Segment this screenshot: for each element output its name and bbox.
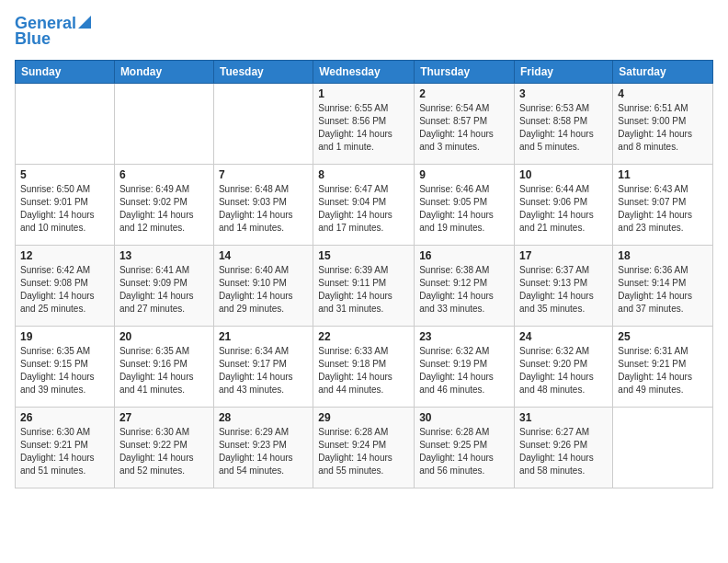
day-number: 31 — [519, 411, 608, 424]
day-number: 27 — [119, 411, 209, 424]
calendar-cell: 20Sunrise: 6:35 AM Sunset: 9:16 PM Dayli… — [114, 326, 213, 407]
calendar-cell: 14Sunrise: 6:40 AM Sunset: 9:10 PM Dayli… — [213, 245, 313, 326]
day-info: Sunrise: 6:49 AM Sunset: 9:02 PM Dayligh… — [119, 183, 209, 235]
calendar-cell: 17Sunrise: 6:37 AM Sunset: 9:13 PM Dayli… — [515, 245, 613, 326]
day-number: 2 — [419, 87, 509, 100]
day-info: Sunrise: 6:37 AM Sunset: 9:13 PM Dayligh… — [519, 264, 608, 316]
calendar-cell — [16, 83, 115, 164]
calendar-cell: 4Sunrise: 6:51 AM Sunset: 9:00 PM Daylig… — [613, 83, 713, 164]
calendar-week-row: 26Sunrise: 6:30 AM Sunset: 9:21 PM Dayli… — [16, 407, 713, 488]
calendar-cell: 6Sunrise: 6:49 AM Sunset: 9:02 PM Daylig… — [114, 164, 213, 245]
calendar-cell: 2Sunrise: 6:54 AM Sunset: 8:57 PM Daylig… — [415, 83, 515, 164]
weekday-header: Sunday — [16, 60, 115, 83]
day-number: 12 — [20, 249, 109, 262]
day-number: 8 — [318, 168, 409, 181]
day-info: Sunrise: 6:43 AM Sunset: 9:07 PM Dayligh… — [618, 183, 708, 235]
day-number: 5 — [20, 168, 109, 181]
day-number: 18 — [618, 249, 708, 262]
weekday-header: Wednesday — [313, 60, 415, 83]
weekday-header: Friday — [515, 60, 613, 83]
calendar-cell: 15Sunrise: 6:39 AM Sunset: 9:11 PM Dayli… — [313, 245, 415, 326]
day-info: Sunrise: 6:51 AM Sunset: 9:00 PM Dayligh… — [618, 102, 708, 154]
calendar-body: 1Sunrise: 6:55 AM Sunset: 8:56 PM Daylig… — [16, 83, 713, 488]
calendar-cell: 11Sunrise: 6:43 AM Sunset: 9:07 PM Dayli… — [613, 164, 713, 245]
day-number: 20 — [119, 330, 209, 343]
day-info: Sunrise: 6:35 AM Sunset: 9:15 PM Dayligh… — [20, 345, 109, 396]
weekday-header: Tuesday — [213, 60, 313, 83]
day-number: 25 — [618, 330, 708, 343]
calendar-cell: 7Sunrise: 6:48 AM Sunset: 9:03 PM Daylig… — [213, 164, 313, 245]
day-number: 13 — [119, 249, 209, 262]
day-number: 28 — [219, 411, 308, 424]
calendar-cell: 21Sunrise: 6:34 AM Sunset: 9:17 PM Dayli… — [213, 326, 313, 407]
day-info: Sunrise: 6:44 AM Sunset: 9:06 PM Dayligh… — [519, 183, 608, 235]
day-number: 26 — [20, 411, 109, 424]
day-number: 10 — [519, 168, 608, 181]
day-info: Sunrise: 6:55 AM Sunset: 8:56 PM Dayligh… — [318, 102, 409, 154]
calendar-cell: 28Sunrise: 6:29 AM Sunset: 9:23 PM Dayli… — [213, 407, 313, 488]
weekday-header: Thursday — [415, 60, 515, 83]
day-number: 19 — [20, 330, 109, 343]
day-number: 7 — [219, 168, 308, 181]
weekday-header: Saturday — [613, 60, 713, 83]
calendar-cell: 8Sunrise: 6:47 AM Sunset: 9:04 PM Daylig… — [313, 164, 415, 245]
day-info: Sunrise: 6:46 AM Sunset: 9:05 PM Dayligh… — [419, 183, 509, 235]
calendar-week-row: 1Sunrise: 6:55 AM Sunset: 8:56 PM Daylig… — [16, 83, 713, 164]
calendar-cell — [613, 407, 713, 488]
day-info: Sunrise: 6:33 AM Sunset: 9:18 PM Dayligh… — [318, 345, 409, 396]
day-info: Sunrise: 6:48 AM Sunset: 9:03 PM Dayligh… — [219, 183, 308, 235]
calendar-week-row: 5Sunrise: 6:50 AM Sunset: 9:01 PM Daylig… — [16, 164, 713, 245]
calendar-cell: 16Sunrise: 6:38 AM Sunset: 9:12 PM Dayli… — [415, 245, 515, 326]
day-info: Sunrise: 6:35 AM Sunset: 9:16 PM Dayligh… — [119, 345, 209, 396]
calendar-cell: 9Sunrise: 6:46 AM Sunset: 9:05 PM Daylig… — [415, 164, 515, 245]
day-info: Sunrise: 6:29 AM Sunset: 9:23 PM Dayligh… — [219, 426, 308, 477]
day-info: Sunrise: 6:32 AM Sunset: 9:19 PM Dayligh… — [419, 345, 509, 396]
day-number: 15 — [318, 249, 409, 262]
day-info: Sunrise: 6:40 AM Sunset: 9:10 PM Dayligh… — [219, 264, 308, 316]
day-info: Sunrise: 6:36 AM Sunset: 9:14 PM Dayligh… — [618, 264, 708, 316]
day-number: 11 — [618, 168, 708, 181]
calendar-week-row: 12Sunrise: 6:42 AM Sunset: 9:08 PM Dayli… — [16, 245, 713, 326]
day-number: 1 — [318, 87, 409, 100]
day-info: Sunrise: 6:53 AM Sunset: 8:58 PM Dayligh… — [519, 102, 608, 154]
calendar-cell: 29Sunrise: 6:28 AM Sunset: 9:24 PM Dayli… — [313, 407, 415, 488]
calendar-cell: 12Sunrise: 6:42 AM Sunset: 9:08 PM Dayli… — [16, 245, 115, 326]
calendar-cell: 18Sunrise: 6:36 AM Sunset: 9:14 PM Dayli… — [613, 245, 713, 326]
calendar-cell: 24Sunrise: 6:32 AM Sunset: 9:20 PM Dayli… — [515, 326, 613, 407]
day-number: 3 — [519, 87, 608, 100]
calendar-cell: 3Sunrise: 6:53 AM Sunset: 8:58 PM Daylig… — [515, 83, 613, 164]
day-number: 4 — [618, 87, 708, 100]
day-info: Sunrise: 6:30 AM Sunset: 9:22 PM Dayligh… — [119, 426, 209, 477]
day-info: Sunrise: 6:39 AM Sunset: 9:11 PM Dayligh… — [318, 264, 409, 316]
day-number: 17 — [519, 249, 608, 262]
calendar-cell: 23Sunrise: 6:32 AM Sunset: 9:19 PM Dayli… — [415, 326, 515, 407]
calendar-cell: 25Sunrise: 6:31 AM Sunset: 9:21 PM Dayli… — [613, 326, 713, 407]
calendar-table: SundayMondayTuesdayWednesdayThursdayFrid… — [15, 60, 713, 488]
day-number: 21 — [219, 330, 308, 343]
weekday-header: Monday — [114, 60, 213, 83]
day-number: 16 — [419, 249, 509, 262]
calendar-cell: 13Sunrise: 6:41 AM Sunset: 9:09 PM Dayli… — [114, 245, 213, 326]
calendar-cell: 19Sunrise: 6:35 AM Sunset: 9:15 PM Dayli… — [16, 326, 115, 407]
calendar-cell: 1Sunrise: 6:55 AM Sunset: 8:56 PM Daylig… — [313, 83, 415, 164]
calendar-cell — [213, 83, 313, 164]
day-number: 24 — [519, 330, 608, 343]
day-number: 6 — [119, 168, 209, 181]
day-number: 30 — [419, 411, 509, 424]
day-number: 9 — [419, 168, 509, 181]
day-info: Sunrise: 6:31 AM Sunset: 9:21 PM Dayligh… — [618, 345, 708, 396]
calendar-cell: 26Sunrise: 6:30 AM Sunset: 9:21 PM Dayli… — [16, 407, 115, 488]
calendar-cell: 30Sunrise: 6:28 AM Sunset: 9:25 PM Dayli… — [415, 407, 515, 488]
day-info: Sunrise: 6:27 AM Sunset: 9:26 PM Dayligh… — [519, 426, 608, 477]
day-info: Sunrise: 6:28 AM Sunset: 9:25 PM Dayligh… — [419, 426, 509, 477]
svg-marker-0 — [78, 16, 91, 29]
day-info: Sunrise: 6:32 AM Sunset: 9:20 PM Dayligh… — [519, 345, 608, 396]
calendar-week-row: 19Sunrise: 6:35 AM Sunset: 9:15 PM Dayli… — [16, 326, 713, 407]
calendar-cell: 10Sunrise: 6:44 AM Sunset: 9:06 PM Dayli… — [515, 164, 613, 245]
day-info: Sunrise: 6:28 AM Sunset: 9:24 PM Dayligh… — [318, 426, 409, 477]
day-info: Sunrise: 6:54 AM Sunset: 8:57 PM Dayligh… — [419, 102, 509, 154]
day-info: Sunrise: 6:42 AM Sunset: 9:08 PM Dayligh… — [20, 264, 109, 316]
day-number: 14 — [219, 249, 308, 262]
day-info: Sunrise: 6:41 AM Sunset: 9:09 PM Dayligh… — [119, 264, 209, 316]
calendar-cell: 27Sunrise: 6:30 AM Sunset: 9:22 PM Dayli… — [114, 407, 213, 488]
